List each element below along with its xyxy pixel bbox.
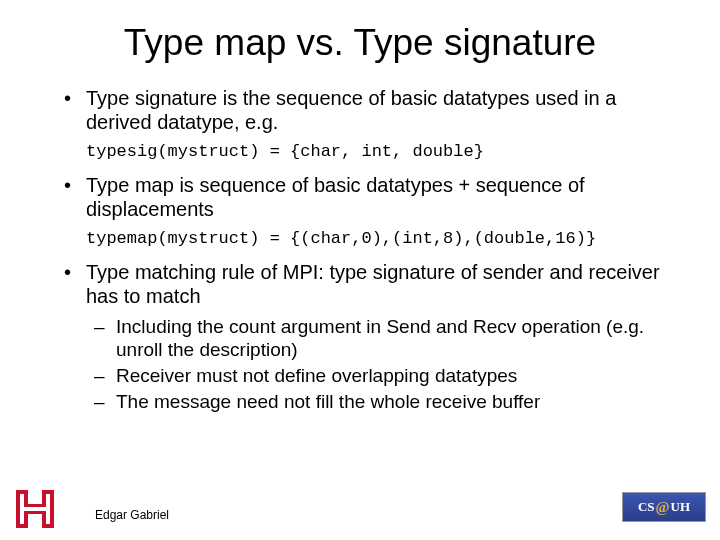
- bullet-list-2: Type map is sequence of basic datatypes …: [58, 173, 662, 222]
- csuh-at-icon: @: [656, 499, 670, 516]
- svg-rect-5: [20, 507, 50, 511]
- code-typesig: typesig(mystruct) = {char, int, double}: [86, 141, 662, 163]
- sub-bullet-3: The message need not fill the whole rece…: [86, 390, 662, 413]
- bullet-list-3: Type matching rule of MPI: type signatur…: [58, 260, 662, 413]
- bullet-list: Type signature is the sequence of basic …: [58, 86, 662, 135]
- code-typemap: typemap(mystruct) = {(char,0),(int,8),(d…: [86, 228, 662, 250]
- csuh-uh: UH: [671, 499, 691, 515]
- sub-bullet-list: Including the count argument in Send and…: [86, 315, 662, 414]
- slide-title: Type map vs. Type signature: [58, 22, 662, 64]
- footer-author: Edgar Gabriel: [95, 508, 169, 522]
- csuh-logo-icon: CS@UH: [622, 492, 706, 522]
- bullet-2: Type map is sequence of basic datatypes …: [58, 173, 662, 222]
- bullet-3: Type matching rule of MPI: type signatur…: [58, 260, 662, 413]
- uh-logo-icon: [14, 488, 56, 530]
- sub-bullet-1: Including the count argument in Send and…: [86, 315, 662, 361]
- bullet-3-text: Type matching rule of MPI: type signatur…: [86, 261, 660, 307]
- slide-body: Type map vs. Type signature Type signatu…: [0, 0, 720, 413]
- bullet-1: Type signature is the sequence of basic …: [58, 86, 662, 135]
- csuh-cs: CS: [638, 499, 655, 515]
- sub-bullet-2: Receiver must not define overlapping dat…: [86, 364, 662, 387]
